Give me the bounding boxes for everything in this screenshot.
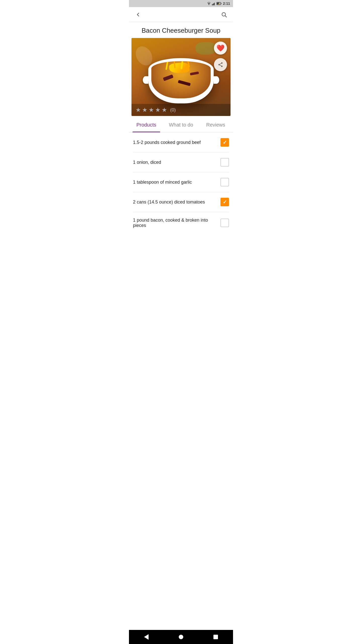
ingredient-item: 1 tablespoon of minced garlic (133, 172, 229, 192)
tab-products[interactable]: Products (129, 117, 164, 132)
tab-reviews[interactable]: Reviews (198, 117, 233, 132)
svg-rect-6 (221, 3, 221, 4)
battery-icon: ⚡ (216, 2, 221, 5)
ingredient-checkbox-4[interactable] (220, 198, 229, 206)
star-4[interactable]: ★ (155, 106, 161, 113)
rating-count: (0) (170, 107, 176, 113)
svg-point-11 (221, 62, 223, 64)
ingredient-checkbox-5[interactable] (220, 219, 229, 227)
ingredient-checkbox-2[interactable] (220, 158, 229, 167)
ingredient-text: 1 tablespoon of minced garlic (133, 180, 220, 185)
ingredients-list: 1.5-2 pounds cooked ground beef 1 onion,… (129, 133, 233, 234)
share-icon (218, 62, 223, 67)
ingredient-text: 1 onion, diced (133, 160, 220, 165)
status-icons: ⚡ (207, 2, 221, 5)
star-5[interactable]: ★ (162, 106, 167, 113)
svg-rect-3 (214, 3, 215, 5)
signal-icon (212, 2, 215, 5)
recipe-title: Bacon Cheeseburger Soup (129, 22, 233, 38)
status-bar: ⚡ 2:11 (129, 0, 233, 7)
svg-point-12 (218, 64, 220, 65)
status-time: 2:11 (223, 2, 230, 6)
tabs-container: Products What to do Reviews (129, 117, 233, 133)
back-button[interactable] (133, 10, 143, 20)
recipe-image-container: ★ ★ ★ ★ ★ (0) ❤️ (131, 38, 231, 116)
ingredient-text: 1.5-2 pounds cooked ground beef (133, 140, 220, 145)
star-2[interactable]: ★ (142, 106, 148, 113)
ingredient-text: 1 pound bacon, cooked & broken into piec… (133, 218, 220, 228)
stars[interactable]: ★ ★ ★ ★ ★ (135, 106, 167, 113)
svg-rect-1 (212, 4, 213, 5)
star-3[interactable]: ★ (149, 106, 154, 113)
ingredient-text: 2 cans (14.5 ounce) diced tomatoes (133, 199, 220, 205)
svg-point-13 (221, 66, 223, 67)
search-button[interactable] (219, 10, 229, 20)
star-1[interactable]: ★ (135, 106, 141, 113)
favorite-button[interactable]: ❤️ (214, 42, 227, 55)
share-button[interactable] (214, 58, 227, 71)
svg-line-14 (220, 65, 221, 66)
svg-line-10 (225, 16, 227, 17)
svg-text:⚡: ⚡ (218, 3, 220, 5)
top-nav (129, 7, 233, 22)
ingredient-checkbox-1[interactable] (220, 138, 229, 147)
ingredient-item: 1.5-2 pounds cooked ground beef (133, 133, 229, 152)
ingredient-item: 2 cans (14.5 ounce) diced tomatoes (133, 192, 229, 212)
svg-rect-4 (215, 2, 215, 5)
ingredient-item: 1 pound bacon, cooked & broken into piec… (133, 212, 229, 234)
wifi-icon (207, 2, 211, 5)
svg-line-15 (220, 63, 221, 64)
rating-overlay: ★ ★ ★ ★ ★ (0) (131, 104, 231, 116)
svg-point-0 (209, 5, 209, 5)
ingredient-item: 1 onion, diced (133, 152, 229, 172)
tab-what-to-do[interactable]: What to do (164, 117, 198, 132)
svg-rect-2 (213, 4, 214, 5)
ingredient-checkbox-3[interactable] (220, 178, 229, 186)
